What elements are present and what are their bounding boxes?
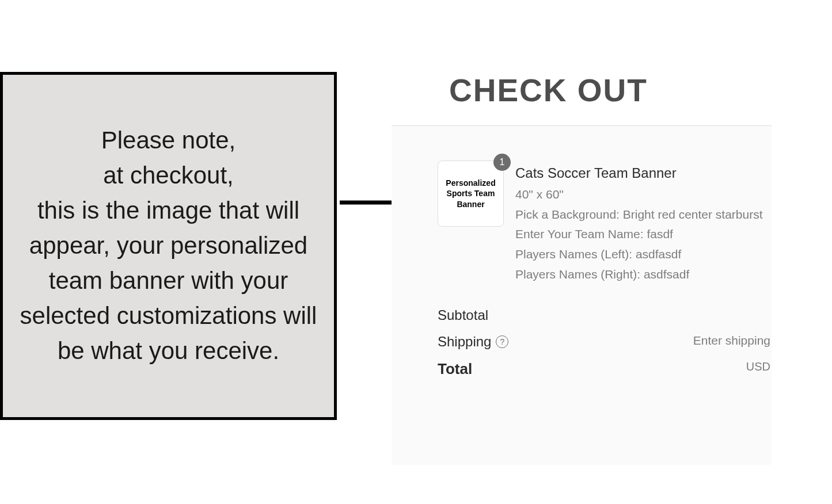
order-summary: Subtotal Shipping ? Enter shipping Total… xyxy=(438,307,772,378)
checkout-panel: Personalized Sports Team Banner 1 Cats S… xyxy=(392,125,772,465)
note-text: Please note,at checkout,this is the imag… xyxy=(14,123,322,368)
subtotal-label: Subtotal xyxy=(438,307,488,323)
shipping-label-text: Shipping xyxy=(438,334,491,350)
line-item: Personalized Sports Team Banner 1 Cats S… xyxy=(438,161,772,284)
total-row: Total USD xyxy=(438,360,772,378)
help-icon[interactable]: ? xyxy=(496,335,508,348)
shipping-label: Shipping ? xyxy=(438,334,508,350)
total-currency: USD xyxy=(746,360,770,378)
checkout-heading: CHECK OUT xyxy=(449,72,648,109)
item-details: Cats Soccer Team Banner 40" x 60" Pick a… xyxy=(515,161,772,284)
item-size: 40" x 60" xyxy=(515,185,772,205)
total-label: Total xyxy=(438,360,472,378)
shipping-value: Enter shipping xyxy=(693,334,770,350)
item-background: Pick a Background: Bright red center sta… xyxy=(515,205,772,225)
product-thumbnail: Personalized Sports Team Banner xyxy=(438,161,504,227)
item-players-left: Players Names (Left): asdfasdf xyxy=(515,245,772,265)
item-players-right: Players Names (Right): asdfsadf xyxy=(515,265,772,285)
note-box: Please note,at checkout,this is the imag… xyxy=(0,72,337,420)
quantity-badge: 1 xyxy=(493,154,511,171)
product-thumbnail-wrap: Personalized Sports Team Banner 1 xyxy=(438,161,504,284)
shipping-row: Shipping ? Enter shipping xyxy=(438,334,772,350)
item-name: Cats Soccer Team Banner xyxy=(515,165,772,181)
item-team-name: Enter Your Team Name: fasdf xyxy=(515,224,772,245)
subtotal-row: Subtotal xyxy=(438,307,772,323)
